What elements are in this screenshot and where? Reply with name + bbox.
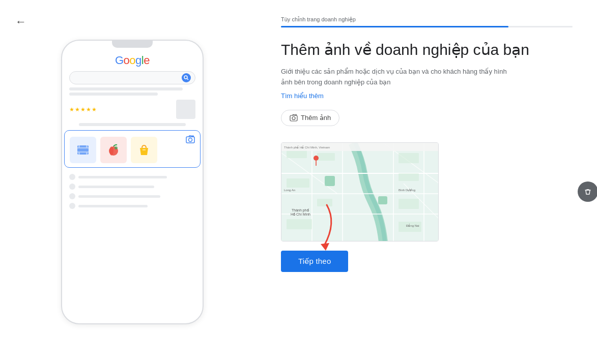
right-panel: Tùy chỉnh trang doanh nghiệp Thêm ảnh về… xyxy=(265,0,597,364)
svg-rect-33 xyxy=(317,153,335,161)
photo-thumbnails xyxy=(70,137,195,163)
svg-line-1 xyxy=(187,79,189,80)
bottom-lines xyxy=(69,174,195,209)
red-arrow xyxy=(296,202,342,253)
content-lines xyxy=(69,87,195,96)
progress-section: Tùy chỉnh trang doanh nghiệp xyxy=(281,16,573,27)
back-button[interactable]: ← xyxy=(15,15,26,28)
svg-text:Bình Dương: Bình Dương xyxy=(399,189,415,192)
svg-rect-7 xyxy=(77,147,89,148)
progress-bar-fill xyxy=(281,26,508,27)
progress-label: Tùy chỉnh trang doanh nghiệp xyxy=(281,16,573,23)
learn-more-link[interactable]: Tìm hiểu thêm xyxy=(281,92,573,100)
phone-notch xyxy=(112,41,153,48)
camera-icon xyxy=(290,114,298,122)
icon-line-4 xyxy=(69,203,195,209)
svg-point-0 xyxy=(184,76,187,79)
svg-rect-41 xyxy=(325,176,335,186)
thumb-2 xyxy=(100,137,127,163)
svg-rect-10 xyxy=(78,153,80,155)
svg-rect-36 xyxy=(399,153,419,163)
description: Giới thiệu các sản phẩm hoặc dịch vụ của… xyxy=(281,67,515,88)
next-section: Tiếp theo xyxy=(281,251,573,272)
svg-rect-12 xyxy=(86,153,88,155)
icon-line-1 xyxy=(69,174,195,180)
svg-rect-9 xyxy=(78,145,80,147)
icon-line-3 xyxy=(69,193,195,199)
add-photo-button[interactable]: Thêm ảnh xyxy=(281,110,339,126)
store-icon xyxy=(176,100,195,119)
svg-rect-8 xyxy=(77,151,89,153)
left-panel: ← Google xyxy=(0,0,265,364)
svg-text:Đồng Nai: Đồng Nai xyxy=(406,224,419,227)
phone-content: Google ★★★★★ xyxy=(62,52,203,323)
svg-rect-38 xyxy=(399,199,419,209)
icon-line-2 xyxy=(69,184,195,190)
camera-add-icon xyxy=(186,135,195,146)
next-button[interactable]: Tiếp theo xyxy=(281,251,348,272)
svg-rect-11 xyxy=(86,145,88,147)
trash-icon xyxy=(584,188,591,195)
svg-text:Long An: Long An xyxy=(284,189,295,192)
svg-point-45 xyxy=(314,156,319,161)
stars-row: ★★★★★ xyxy=(69,100,195,119)
svg-text:Thành phố Hồ Chí Minh, Vietnam: Thành phố Hồ Chí Minh, Vietnam xyxy=(284,145,330,149)
search-icon xyxy=(182,73,191,82)
svg-rect-34 xyxy=(287,178,309,188)
progress-bar-bg xyxy=(281,26,573,27)
search-bar xyxy=(69,71,195,84)
svg-point-3 xyxy=(189,138,192,142)
svg-point-14 xyxy=(109,146,113,156)
google-logo: Google xyxy=(115,54,150,67)
svg-marker-51 xyxy=(321,243,329,251)
svg-rect-16 xyxy=(143,149,146,150)
phone-mockup: Google ★★★★★ xyxy=(61,40,204,324)
stars: ★★★★★ xyxy=(69,106,97,113)
svg-point-18 xyxy=(292,116,295,119)
svg-rect-17 xyxy=(290,115,297,121)
main-title: Thêm ảnh về doanh nghiệp của bạn xyxy=(281,40,573,59)
svg-point-15 xyxy=(115,146,118,149)
svg-rect-42 xyxy=(378,196,387,204)
thumb-1 xyxy=(70,137,96,163)
photo-card xyxy=(64,130,201,168)
svg-rect-37 xyxy=(399,173,419,181)
delete-button[interactable] xyxy=(578,181,597,202)
thumb-3 xyxy=(131,137,157,163)
